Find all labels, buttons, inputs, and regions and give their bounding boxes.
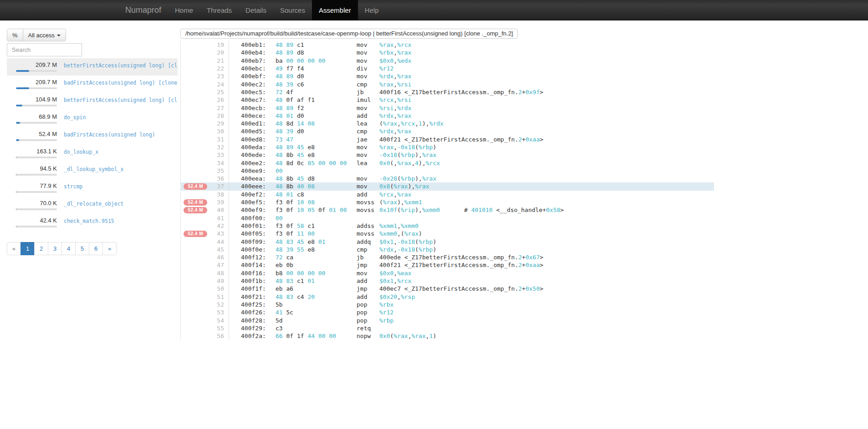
function-list-item[interactable]: 77.9 Kstrcmp (7, 179, 178, 197)
pagination-page-2[interactable]: 2 (34, 242, 48, 255)
instruction-bytes: 48 83 c1 01 (276, 278, 357, 284)
access-count-badge: 52.4 M (184, 199, 207, 206)
asm-row[interactable]: 52.4 M39400ef5:f3 0f 10 08movss(%rax),%x… (181, 198, 714, 206)
access-filter-button[interactable]: All access (23, 29, 66, 41)
asm-row[interactable]: 52.4 M40400ef9:f3 0f 10 05 0f 01 00movss… (181, 206, 714, 214)
asm-row[interactable]: 56400f2a:66 0f 1f 44 00 00nopw0x0(%rax,%… (181, 332, 714, 340)
instruction-address: 400f28: (229, 317, 276, 324)
mnemonic: cmp (357, 246, 379, 253)
asm-row[interactable]: 41400f00:00 (181, 214, 714, 222)
operands: %xmm0,(%rax) (379, 230, 422, 237)
nav-item-details[interactable]: Details (239, 0, 273, 20)
line-number: 41 (209, 214, 229, 222)
function-name: betterFirstAccess(unsigned long) [clon… (64, 61, 178, 69)
nav-item-sources[interactable]: Sources (273, 0, 312, 20)
function-progress-bar (16, 156, 57, 158)
asm-row[interactable]: 24400ec2:48 39 c6cmp%rax,%rsi (181, 80, 714, 88)
function-list-item[interactable]: 70.0 K_dl_relocate_object (7, 197, 178, 214)
pagination-page-6[interactable]: 6 (89, 242, 103, 255)
asm-row[interactable]: 30400ed5:48 39 d0cmp%rdx,%rax (181, 127, 714, 135)
mnemonic: mov (357, 73, 379, 80)
asm-row[interactable]: 36400eea:48 8b 45 d8mov-0x28(%rbp),%rax (181, 175, 714, 182)
assembler-panel: /home/svalat/Projects/numaprof/build/bui… (180, 29, 714, 340)
function-list-item[interactable]: 42.4 Kcheck_match.9515 (7, 214, 178, 231)
mnemonic: mov (357, 144, 379, 151)
asm-row[interactable]: 47400f14:eb 0bjmp400f21 <_Z17betterFirst… (181, 261, 714, 269)
asm-row[interactable]: 45400f0e:48 39 55 e8cmp%rdx,-0x18(%rbp) (181, 246, 714, 253)
asm-row[interactable]: 19400eb1:48 89 c1mov%rax,%rcx (181, 41, 714, 49)
mnemonic: nopw (357, 333, 379, 339)
operands: %rax,-0x18(%rbp) (379, 144, 436, 151)
asm-row[interactable]: 54400f28:5dpop%rbp (181, 316, 714, 324)
asm-row[interactable]: 35400ee9:00 (181, 167, 714, 175)
line-number: 45 (209, 246, 229, 253)
asm-row[interactable]: 38400ef2:48 01 c8add%rcx,%rax (181, 191, 714, 198)
pagination-prev[interactable]: « (7, 242, 21, 255)
instruction-bytes: 48 8b 45 e8 (276, 151, 357, 158)
asm-row[interactable]: 52400f25:5bpop%rbx (181, 301, 714, 308)
pagination-page-5[interactable]: 5 (75, 242, 89, 255)
asm-row[interactable]: 51400f21:48 83 c4 20add$0x20,%rsp (181, 293, 714, 301)
nav-item-home[interactable]: Home (168, 0, 200, 20)
asm-row[interactable]: 20400eb4:48 89 d8mov%rbx,%rax (181, 49, 714, 56)
mnemonic: mov (357, 183, 379, 190)
line-number: 46 (209, 253, 229, 261)
mnemonic: retq (357, 325, 379, 332)
instruction-address: 400ec2: (229, 81, 276, 88)
line-number: 21 (209, 57, 229, 65)
nav-item-threads[interactable]: Threads (200, 0, 239, 20)
nav-item-help[interactable]: Help (358, 0, 386, 20)
asm-row[interactable]: 49400f1b:48 83 c1 01add$0x1,%rcx (181, 277, 714, 285)
pagination-next[interactable]: » (102, 242, 117, 255)
asm-row[interactable]: 44400f09:48 83 45 e8 01addq$0x1,-0x18(%r… (181, 237, 714, 245)
operands: %xmm1,%xmm0 (379, 222, 419, 229)
asm-row[interactable]: 32400eda:48 89 45 e8mov%rax,-0x18(%rbp) (181, 143, 714, 151)
function-list-item[interactable]: 209.7 MbetterFirstAccess(unsigned long) … (7, 58, 178, 76)
instruction-address: 400f1f: (229, 285, 276, 292)
asm-row[interactable]: 55400f29:c3retq (181, 324, 714, 332)
asm-row[interactable]: 27400ecb:48 89 f2mov%rsi,%rdx (181, 104, 714, 111)
operands: 400ec7 <_Z17betterFirstAccessm._omp_fn.2… (379, 285, 543, 292)
instruction-bytes: 48 89 f2 (276, 105, 357, 111)
asm-row[interactable]: 48400f16:b8 00 00 00 00mov$0x0,%eax (181, 269, 714, 277)
asm-row[interactable]: 29400ed1:48 8d 14 08lea(%rax,%rcx,1),%rd… (181, 120, 714, 127)
function-list-item[interactable]: 68.9 Mdo_spin (7, 110, 178, 127)
asm-row[interactable]: 25400ec5:72 4fjb400f16 <_Z17betterFirstA… (181, 88, 714, 96)
asm-row[interactable]: 50400f1f:eb a6jmp400ec7 <_Z17betterFirst… (181, 285, 714, 293)
function-list-item[interactable]: 209.7 MbadFirstAccess(unsigned long) [cl… (7, 76, 178, 93)
asm-row[interactable]: 31400ed8:73 47jae400f21 <_Z17betterFirst… (181, 136, 714, 143)
instruction-bytes: 48 89 d8 (276, 49, 357, 56)
nav-item-assembler[interactable]: Assembler (312, 0, 358, 20)
percent-toggle-button[interactable]: % (7, 29, 23, 41)
asm-row[interactable]: 52.4 M37400eee:48 8b 40 08mov0x8(%rax),%… (181, 182, 714, 190)
instruction-bytes: f3 0f 10 08 (276, 199, 357, 206)
instruction-address: 400f00: (229, 215, 276, 222)
asm-row[interactable]: 26400ec7:48 0f af f1imul%rcx,%rsi (181, 96, 714, 104)
asm-row[interactable]: 42400f01:f3 0f 58 c1addss%xmm1,%xmm0 (181, 222, 714, 230)
brand[interactable]: Numaprof (118, 0, 168, 20)
function-metric: 42.4 K (7, 217, 57, 227)
asm-row[interactable]: 53400f26:41 5cpop%r12 (181, 308, 714, 316)
mnemonic: movss (357, 230, 379, 237)
function-value: 104.9 M (7, 96, 57, 103)
asm-row[interactable]: 46400f12:72 cajb400ede <_Z17betterFirstA… (181, 253, 714, 261)
function-list-item[interactable]: 94.5 K_dl_lookup_symbol_x (7, 162, 178, 179)
operands: (%rax),%xmm1 (379, 199, 422, 206)
function-list-item[interactable]: 104.9 MbetterFirstAccess(unsigned long) … (7, 93, 178, 110)
pagination-page-1[interactable]: 1 (20, 242, 35, 255)
pagination-page-4[interactable]: 4 (61, 242, 76, 255)
asm-row[interactable]: 23400ebf:48 89 d0mov%rdx,%rax (181, 72, 714, 80)
asm-row[interactable]: 34400ee2:48 8d 0c 85 00 00 00lea0x0(,%ra… (181, 159, 714, 167)
pagination-page-3[interactable]: 3 (48, 242, 62, 255)
asm-row[interactable]: 21400eb7:ba 00 00 00 00mov$0x0,%edx (181, 57, 714, 65)
asm-row[interactable]: 22400ebc:49 f7 f4div%r12 (181, 65, 714, 72)
asm-row[interactable]: 28400ece:48 01 d0add%rdx,%rax (181, 112, 714, 120)
mnemonic: mov (357, 175, 379, 182)
asm-row[interactable]: 33400ede:48 8b 45 e8mov-0x18(%rbp),%rax (181, 151, 714, 159)
mnemonic: jmp (357, 285, 379, 292)
function-list-item[interactable]: 163.1 Kdo_lookup_x (7, 145, 178, 162)
asm-row[interactable]: 52.4 M43400f05:f3 0f 11 00movss%xmm0,(%r… (181, 230, 714, 237)
function-list-item[interactable]: 52.4 MbadFirstAccess(unsigned long) (7, 127, 178, 145)
search-input[interactable] (7, 43, 82, 56)
line-number: 27 (209, 104, 229, 111)
